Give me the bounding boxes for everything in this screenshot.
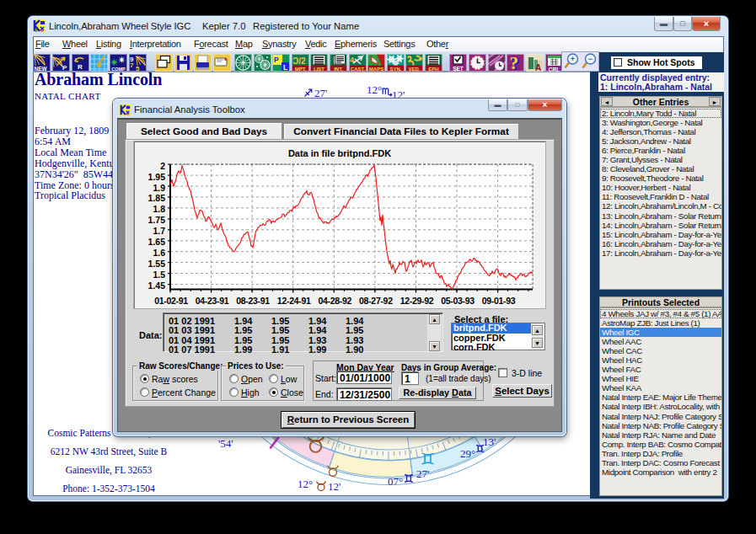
svg-text:7: 7 bbox=[130, 61, 134, 69]
svg-text:P: P bbox=[274, 56, 279, 64]
svg-text:L: L bbox=[283, 63, 287, 72]
svg-text:SET: SET bbox=[453, 66, 464, 72]
svg-text:VED.: VED. bbox=[409, 67, 421, 72]
svg-text:MAPS: MAPS bbox=[369, 67, 383, 72]
svg-text:EPH: EPH bbox=[428, 67, 438, 72]
svg-text:A: A bbox=[535, 63, 541, 72]
svg-text:?: ? bbox=[510, 54, 519, 72]
svg-text:CRL: CRL bbox=[549, 67, 560, 72]
svg-text:−: − bbox=[588, 55, 592, 63]
svg-text:LIST: LIST bbox=[314, 67, 324, 72]
svg-text:CAST.: CAST. bbox=[350, 67, 365, 72]
svg-text:MPT.: MPT. bbox=[294, 67, 306, 72]
svg-text:SYN.: SYN. bbox=[389, 67, 401, 72]
svg-text:+: + bbox=[571, 55, 575, 63]
svg-text:Ɔ/2: Ɔ/2 bbox=[292, 56, 306, 66]
svg-text:INT.: INT. bbox=[334, 67, 343, 72]
